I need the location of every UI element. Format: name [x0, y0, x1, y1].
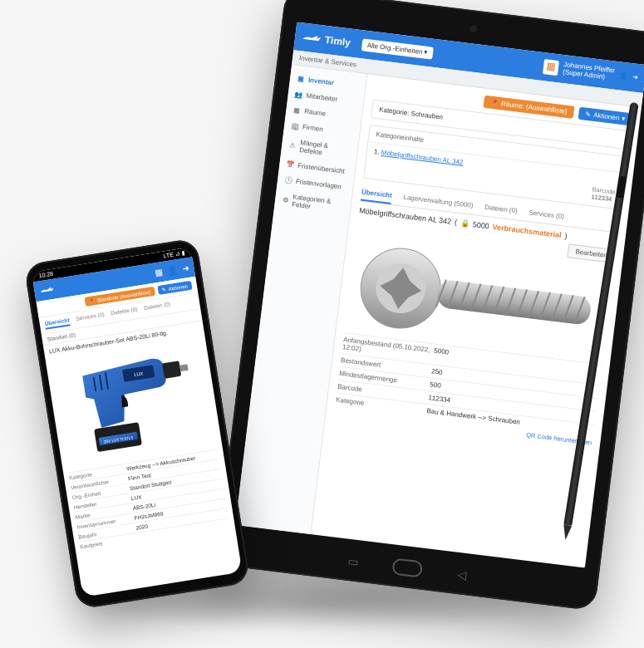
- sidebar-label: Firmen: [302, 123, 323, 133]
- qr-icon[interactable]: ▦: [543, 59, 559, 76]
- sidebar-label: Inventar: [307, 76, 334, 87]
- tab[interactable]: Defekte (0): [111, 306, 138, 319]
- logout-icon[interactable]: ➜: [632, 74, 639, 82]
- app-logo[interactable]: Timly: [301, 30, 351, 49]
- tablet-device: Timly Alle Org.-Einheiten ▾ ▦ Johannes P…: [215, 0, 644, 611]
- user-icon[interactable]: 👤: [167, 265, 179, 276]
- logo-icon[interactable]: [39, 284, 56, 297]
- svg-rect-16: [162, 361, 181, 379]
- tab[interactable]: Dateien (0): [484, 200, 519, 220]
- tab[interactable]: Übersicht: [361, 185, 393, 204]
- main-content: 📍 Räume: (Auswahlliste) ✎ Aktionen ▾ Kat…: [311, 74, 642, 567]
- lock-icon: 🔒: [460, 218, 469, 228]
- tab[interactable]: Services (0): [528, 205, 565, 225]
- user-label: Johannes Pfeiffer (Super Admin): [563, 61, 616, 82]
- tablet-home-button[interactable]: [391, 557, 423, 577]
- svg-rect-2: [436, 279, 592, 326]
- user-icon[interactable]: 👤: [619, 72, 628, 81]
- app-name: Timly: [324, 34, 351, 49]
- sidebar-label: Mitarbeiter: [306, 92, 338, 104]
- sidebar-icon: ▦: [293, 106, 302, 115]
- logout-icon[interactable]: ➜: [182, 263, 190, 272]
- sidebar-icon: ⚙: [282, 195, 290, 204]
- org-select[interactable]: Alle Org.-Einheiten ▾: [361, 38, 434, 59]
- tab[interactable]: Services (0): [76, 312, 106, 325]
- logo-icon: [301, 30, 322, 46]
- tablet-camera: [470, 25, 478, 32]
- qr-icon[interactable]: ▦: [155, 268, 164, 277]
- sidebar-icon: 🏢: [291, 122, 300, 130]
- sidebar-label: Fristenvorlagen: [295, 178, 342, 191]
- tab[interactable]: Lagerverwaltung (5000): [402, 190, 474, 214]
- sidebar-label: Räume: [304, 107, 327, 117]
- sidebar-icon: 📅: [286, 160, 295, 169]
- phone-screen: 10:28LTE ⊿ ▮ ▦ 👤 ➜ 📍 Standorte (Auswahll…: [32, 247, 243, 596]
- phone-device: 10:28LTE ⊿ ▮ ▦ 👤 ➜ 📍 Standorte (Auswahll…: [23, 238, 250, 610]
- sidebar-icon: ▣: [297, 75, 306, 83]
- sidebar-label: Fristenübersicht: [297, 162, 346, 175]
- sidebar-icon: ⚠: [288, 141, 297, 150]
- tablet-screen: Timly Alle Org.-Einheiten ▾ ▦ Johannes P…: [235, 22, 644, 567]
- actions-button[interactable]: ✎ Aktionen: [157, 281, 193, 295]
- sidebar-label: Mängel & Defekte: [299, 139, 351, 160]
- tab[interactable]: Dateien (0): [144, 301, 171, 314]
- sidebar-icon: 👥: [294, 91, 303, 99]
- tab[interactable]: Übersicht: [44, 317, 70, 330]
- sidebar-label: Kategorien & Felder: [292, 193, 345, 214]
- svg-rect-17: [179, 364, 188, 371]
- material-badge: Verbrauchsmaterial: [492, 223, 562, 239]
- sidebar-icon: 🕓: [284, 176, 293, 184]
- actions-button[interactable]: ✎ Aktionen ▾: [578, 107, 632, 126]
